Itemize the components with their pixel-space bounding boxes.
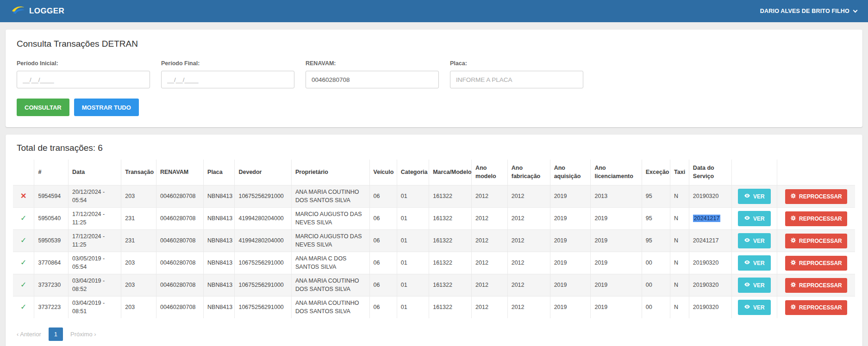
filter-actions: CONSULTAR MOSTRAR TUDO — [17, 99, 851, 116]
cell-ano-modelo: 2012 — [472, 230, 508, 252]
cell-categoria: 01 — [397, 297, 429, 319]
reprocessar-button[interactable]: REPROCESSAR — [785, 300, 847, 315]
cell-ano-aquisicao: 2019 — [550, 230, 591, 252]
gear-icon — [790, 304, 796, 311]
cell-excecao: 00 — [642, 274, 670, 297]
cell-taxi: N — [670, 185, 689, 208]
ver-button[interactable]: VER — [738, 233, 771, 248]
cell-veiculo: 06 — [369, 274, 397, 297]
consultar-button[interactable]: CONSULTAR — [17, 99, 69, 116]
header-ver-action — [731, 160, 777, 185]
cell-transacao: 203 — [121, 297, 156, 319]
pagination-next[interactable]: Próximo › — [70, 331, 96, 338]
cell-renavam: 00460280708 — [156, 297, 203, 319]
placa-label: Placa: — [450, 60, 583, 67]
renavam-input[interactable] — [306, 71, 439, 88]
cell-proprietario: MARCIO AUGUSTO DAS NEVES SILVA — [292, 208, 370, 230]
mostrar-tudo-button[interactable]: MOSTRAR TUDO — [74, 99, 139, 116]
cell-ano-licenciamento: 2013 — [591, 185, 642, 208]
field-periodo-final: Período Final: — [161, 60, 294, 88]
cell-categoria: 01 — [397, 185, 429, 208]
cell-marca-modelo: 161322 — [429, 252, 472, 274]
cell-devedor: 10675256291000 — [235, 252, 292, 274]
ver-button[interactable]: VER — [738, 255, 771, 271]
cell-num: 3737223 — [34, 297, 69, 319]
cell-ano-fabricacao: 2012 — [507, 230, 550, 252]
header-ano-aquisicao: Ano aquisição — [550, 160, 591, 185]
ver-button[interactable]: VER — [738, 300, 771, 315]
cell-veiculo: 06 — [369, 252, 397, 274]
logger-logo-icon — [11, 5, 25, 18]
chevron-down-icon — [853, 8, 858, 12]
reprocessar-button-label: REPROCESSAR — [799, 193, 842, 200]
reprocessar-button[interactable]: REPROCESSAR — [785, 189, 847, 204]
table-row: ✓ 3737223 03/04/2019 - 08:51 203 0046028… — [13, 297, 855, 319]
data-servico-value: 20241217 — [693, 237, 719, 244]
cell-categoria: 01 — [397, 208, 429, 230]
cell-ano-aquisicao: 2019 — [550, 274, 591, 297]
cell-taxi: N — [670, 230, 689, 252]
cell-devedor: 10675256291000 — [235, 274, 292, 297]
table-row: ✓ 3770864 03/05/2019 - 05:54 203 0046028… — [13, 252, 855, 274]
cell-ano-fabricacao: 2012 — [507, 252, 550, 274]
gear-icon — [790, 215, 796, 222]
cell-devedor: 41994280204000 — [235, 230, 292, 252]
cell-ano-aquisicao: 2019 — [550, 252, 591, 274]
cell-categoria: 01 — [397, 252, 429, 274]
reprocessar-button-label: REPROCESSAR — [799, 282, 842, 289]
ver-button[interactable]: VER — [738, 211, 771, 226]
periodo-inicial-input[interactable] — [17, 71, 150, 88]
cell-ano-fabricacao: 2012 — [507, 297, 550, 319]
field-placa: Placa: — [450, 60, 583, 88]
reprocessar-button-label: REPROCESSAR — [799, 304, 842, 311]
cell-num: 5954594 — [34, 185, 69, 208]
placa-input[interactable] — [450, 71, 583, 88]
cell-num: 5950539 — [34, 230, 69, 252]
cell-ano-modelo: 2012 — [472, 252, 508, 274]
cell-taxi: N — [670, 297, 689, 319]
header-num: # — [34, 160, 69, 185]
cell-renavam: 00460280708 — [156, 230, 203, 252]
eye-icon — [744, 215, 750, 222]
gear-icon — [790, 237, 796, 245]
reprocessar-button[interactable]: REPROCESSAR — [785, 234, 847, 248]
table-row: ✓ 3737230 03/04/2019 - 08:52 203 0046028… — [13, 274, 855, 297]
renavam-label: RENAVAM: — [306, 60, 439, 67]
cell-excecao: 95 — [642, 208, 670, 230]
periodo-final-input[interactable] — [161, 71, 294, 88]
cell-proprietario: ANA MARIA COUTINHO DOS SANTOS SILVA — [292, 185, 370, 208]
header-transacao: Transação — [121, 160, 156, 185]
status-icon: ✕ — [20, 192, 26, 200]
cell-renavam: 00460280708 — [156, 274, 203, 297]
cell-num: 3770864 — [34, 252, 69, 274]
reprocessar-button[interactable]: REPROCESSAR — [785, 278, 847, 293]
cell-veiculo: 06 — [369, 185, 397, 208]
reprocessar-button[interactable]: REPROCESSAR — [785, 256, 847, 271]
cell-marca-modelo: 161322 — [429, 208, 472, 230]
header-proprietario: Proprietário — [292, 160, 370, 185]
cell-data: 03/04/2019 - 08:51 — [68, 297, 121, 319]
data-servico-value: 20190320 — [693, 282, 719, 288]
user-menu[interactable]: DARIO ALVES DE BRITO FILHO — [760, 8, 857, 14]
cell-num: 5950540 — [34, 208, 69, 230]
header-taxi: Taxi — [670, 160, 689, 185]
gear-icon — [790, 282, 796, 289]
ver-button[interactable]: VER — [738, 189, 771, 204]
brand[interactable]: LOGGER — [11, 5, 64, 18]
cell-devedor: 10675256291000 — [235, 185, 292, 208]
pagination-previous[interactable]: ‹ Anterior — [17, 331, 41, 338]
ver-button[interactable]: VER — [738, 278, 771, 293]
cell-ano-licenciamento: 2019 — [591, 230, 642, 252]
cell-taxi: N — [670, 208, 689, 230]
cell-data: 17/12/2024 - 11:25 — [68, 208, 121, 230]
status-icon: ✓ — [20, 214, 26, 222]
cell-ano-aquisicao: 2019 — [550, 297, 591, 319]
pagination-page-1[interactable]: 1 — [49, 327, 63, 341]
reprocessar-button[interactable]: REPROCESSAR — [785, 211, 847, 226]
cell-renavam: 00460280708 — [156, 208, 203, 230]
filter-card: Consulta Transações DETRAN Período Inici… — [6, 30, 862, 127]
filter-fields: Período Inicial: Período Final: RENAVAM:… — [17, 60, 851, 88]
cell-placa: NBN8413 — [204, 208, 235, 230]
ver-button-label: VER — [753, 193, 765, 200]
ver-button-label: VER — [753, 260, 765, 266]
